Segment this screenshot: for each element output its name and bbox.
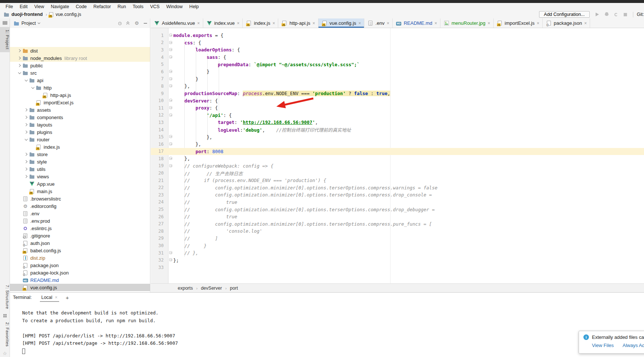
gutter-line-number[interactable]: 23 [151, 191, 168, 199]
menu-item-file[interactable]: File [2, 4, 16, 10]
fold-start-icon[interactable] [169, 55, 172, 58]
code-line-28[interactable]: 28 // 'console.log' [151, 228, 644, 235]
chevron-right-icon[interactable] [24, 153, 27, 156]
gutter-line-number[interactable]: 28 [151, 228, 168, 235]
tree-item-node-modules[interactable]: node_moduleslibrary root [10, 54, 150, 62]
terminal-prompt-line[interactable] [22, 348, 644, 356]
tree-item-vue-config-js[interactable]: vue.config.js [10, 284, 150, 291]
gutter-line-number[interactable]: 9 [151, 90, 168, 97]
gutter-line-number[interactable]: 33 [151, 264, 168, 271]
tree-item-views[interactable]: views [10, 173, 150, 180]
tree-item-auth-json[interactable]: auth.json [10, 239, 150, 247]
debug-icon[interactable] [605, 13, 609, 16]
breadcrumb-project[interactable]: duoji-frontend [11, 12, 43, 17]
code-line-27[interactable]: 27 // config.optimization.minimizer[0].o… [151, 220, 644, 228]
tree-item-readme-md[interactable]: MDREADME.md [10, 276, 150, 284]
code-line-29[interactable]: 29 // ] [151, 235, 644, 242]
menu-item-vcs[interactable]: VCS [147, 4, 163, 10]
tree-item-main-js[interactable]: main.js [10, 188, 150, 195]
breadcrumb-devserver[interactable]: devServer [201, 286, 222, 291]
close-icon[interactable]: × [584, 21, 587, 26]
tree-item-index-js[interactable]: index.js [10, 143, 150, 151]
code-line-25[interactable]: 25 // config.optimization.minimizer[0].o… [151, 206, 644, 213]
add-configuration-button[interactable]: Add Configuration... [539, 11, 590, 18]
breadcrumb-port[interactable]: port [230, 286, 238, 291]
tree-item-http[interactable]: http [10, 84, 150, 91]
code-line-11[interactable]: 11 proxy: { [151, 104, 644, 112]
menu-item-view[interactable]: View [31, 4, 48, 10]
fold-start-icon[interactable] [169, 48, 172, 51]
editor-tab-http-api-js[interactable]: http-api.js× [278, 18, 318, 28]
chevron-right-icon[interactable] [24, 123, 27, 126]
run-icon[interactable] [596, 13, 599, 16]
terminal-tab-local[interactable]: Local × [40, 293, 59, 302]
gutter-line-number[interactable]: 19 [151, 162, 168, 170]
code-line-26[interactable]: 26 // true [151, 213, 644, 220]
gutter-line-number[interactable]: 12 [151, 112, 168, 119]
tree-item-components[interactable]: components [10, 114, 150, 121]
project-panel-title[interactable]: Project [21, 21, 36, 26]
gutter-line-number[interactable]: 18 [151, 155, 168, 162]
gutter-line-number[interactable]: 26 [151, 213, 168, 220]
menu-item-window[interactable]: Window [163, 4, 186, 10]
code-line-24[interactable]: 24 // true [151, 199, 644, 206]
gutter-line-number[interactable]: 4 [151, 54, 168, 61]
tree-item-env-prod[interactable]: .env.prod [10, 217, 150, 225]
fold-start-icon[interactable] [169, 114, 172, 117]
gutter-line-number[interactable]: 24 [151, 199, 168, 206]
chevron-right-icon[interactable] [24, 175, 27, 178]
menu-item-refactor[interactable]: Refactor [90, 4, 114, 10]
code-line-32[interactable]: 32}; [151, 256, 644, 264]
fold-end-icon[interactable] [169, 258, 172, 261]
gutter-line-number[interactable]: 25 [151, 206, 168, 213]
menu-item-edit[interactable]: Edit [16, 4, 31, 10]
gear-icon[interactable]: ⚙ [134, 21, 139, 25]
fold-end-icon[interactable] [169, 142, 172, 145]
code-line-7[interactable]: 7 } [151, 75, 644, 83]
stripe-button-1-project[interactable]: 1: Project [0, 27, 10, 52]
tree-item-plugins[interactable]: plugins [10, 128, 150, 136]
fold-end-icon[interactable] [169, 157, 172, 160]
editor-tab-package-json[interactable]: package.json× [543, 18, 590, 28]
code-line-19[interactable]: 19 // configureWebpack: config => { [151, 162, 644, 170]
tree-item-importexcel-js[interactable]: importExcel.js [10, 99, 150, 106]
stripe-button-7-structure[interactable]: 7: Structure [0, 282, 10, 311]
gutter-line-number[interactable]: 5 [151, 61, 168, 68]
terminal-link[interactable]: http://192.168.66.56:9007 [108, 340, 178, 346]
tree-item-package-lock-json[interactable]: package-lock.json [10, 269, 150, 276]
close-icon[interactable]: × [434, 21, 437, 26]
chevron-right-icon[interactable] [24, 168, 27, 171]
tree-item-env[interactable]: .env [10, 210, 150, 217]
close-icon[interactable]: × [272, 21, 275, 26]
menu-item-tools[interactable]: Tools [129, 4, 147, 10]
menu-item-code[interactable]: Code [72, 4, 90, 10]
code-line-18[interactable]: 18 }, [151, 155, 644, 162]
gutter-line-number[interactable]: 8 [151, 82, 168, 90]
locate-file-icon[interactable] [118, 22, 122, 25]
gutter-line-number[interactable]: 27 [151, 220, 168, 228]
chevron-right-icon[interactable] [18, 49, 21, 52]
gutter-line-number[interactable]: 32 [151, 256, 168, 264]
tree-item-store[interactable]: store [10, 151, 150, 158]
close-icon[interactable]: × [487, 21, 491, 26]
code-line-1[interactable]: 1module.exports = { [151, 32, 644, 39]
fold-start-icon[interactable] [169, 34, 172, 37]
fold-start-icon[interactable] [169, 99, 172, 102]
code-line-14[interactable]: 14 logLevel:'debug', //控制台终端打印代理前的真实地址 [151, 126, 644, 134]
code-line-17[interactable]: 17 port: 8008 [151, 148, 644, 155]
tree-item-dist[interactable]: dist [10, 47, 150, 54]
tree-item-src[interactable]: src [10, 69, 150, 77]
terminal-link[interactable]: http://192.168.66.56:9007 [106, 333, 175, 339]
gutter-line-number[interactable]: 31 [151, 249, 168, 257]
menu-item-help[interactable]: Help [186, 4, 202, 10]
tree-item-browserslistrc[interactable]: .browserslistrc [10, 195, 150, 202]
chevron-down-icon[interactable] [31, 86, 34, 89]
chevron-down-icon[interactable] [25, 138, 28, 141]
tree-item-assets[interactable]: assets [10, 106, 150, 114]
code-line-15[interactable]: 15 }, [151, 133, 644, 141]
gutter-line-number[interactable]: 10 [151, 97, 168, 104]
fold-end-icon[interactable] [169, 84, 172, 87]
tree-item-http-api-js[interactable]: http-api.js [10, 91, 150, 99]
gutter-line-number[interactable]: 17 [151, 148, 168, 155]
gutter-line-number[interactable]: 16 [151, 141, 168, 148]
